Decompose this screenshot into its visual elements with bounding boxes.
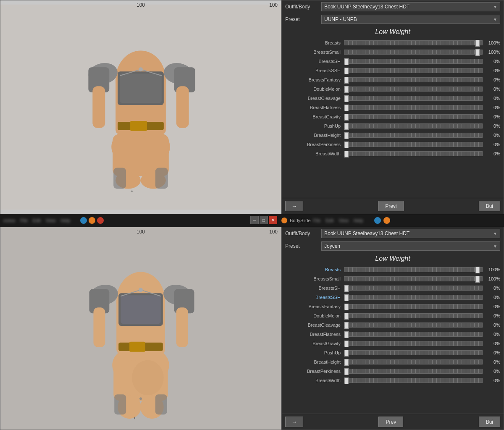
slider-handle-breasts[interactable] xyxy=(475,40,480,47)
slider-handle-breastsssh[interactable] xyxy=(344,68,349,74)
svg-rect-14 xyxy=(92,86,105,128)
slider-track-breastwidth[interactable] xyxy=(344,151,483,156)
slider-track-breastsfantasy[interactable] xyxy=(344,77,483,82)
slider-track-breastcleavage[interactable] xyxy=(344,322,483,328)
build-button-bottom[interactable]: Bui xyxy=(479,417,500,427)
slider-handle-breastsssh[interactable] xyxy=(344,294,349,301)
slider-row: BreastGravity0% xyxy=(282,339,504,348)
slider-name-breasts: Breasts xyxy=(285,40,344,45)
slider-handle-breasts[interactable] xyxy=(475,267,480,273)
slider-handle-pushup[interactable] xyxy=(344,350,349,357)
slider-track-breastheight[interactable] xyxy=(344,359,483,364)
slider-value-breastsssh: 0% xyxy=(483,68,500,73)
slider-track-breastflatness[interactable] xyxy=(344,332,483,337)
slider-track-breastgravity[interactable] xyxy=(344,341,483,346)
slider-value-breastheight: 0% xyxy=(483,133,500,138)
right-window-title: BodySlide File Edit View Help xyxy=(278,217,501,224)
slider-handle-breastgravity[interactable] xyxy=(344,114,349,121)
left-menu-blur: eview File Edit View Help xyxy=(3,218,70,223)
slider-handle-breastwidth[interactable] xyxy=(344,151,349,157)
slider-track-breastwidth[interactable] xyxy=(344,378,483,383)
slider-handle-breastperkiness[interactable] xyxy=(344,142,349,148)
slider-row: BreastFlatness0% xyxy=(282,330,504,339)
slider-handle-breastssmall[interactable] xyxy=(475,276,480,283)
outfit-dropdown-top[interactable]: Book UUNP Steelheavy13 Chest HDT ▼ xyxy=(321,2,500,11)
svg-rect-34 xyxy=(129,342,145,352)
slider-value-breastssh: 0% xyxy=(483,286,500,291)
maximize-button[interactable]: □ xyxy=(260,216,268,224)
outfit-dropdown-bottom[interactable]: Book UUNP Steelheavy13 Chest HDT ▼ xyxy=(321,229,500,238)
slider-track-breastsfantasy[interactable] xyxy=(344,304,483,309)
slider-handle-breastssh[interactable] xyxy=(344,58,349,65)
slider-track-breastssh[interactable] xyxy=(344,59,483,64)
slider-row: BreastHeight0% xyxy=(282,131,504,140)
slider-track-breastheight[interactable] xyxy=(344,133,483,138)
slider-handle-breastsfantasy[interactable] xyxy=(344,77,349,84)
build-button-top[interactable]: Bui xyxy=(479,201,500,211)
slider-handle-breastheight[interactable] xyxy=(344,132,349,139)
slider-name-doublemelon: DoubleMelon xyxy=(285,87,344,92)
section-title-bottom: Low Weight xyxy=(282,252,504,264)
slider-value-breastssmall: 100% xyxy=(483,276,500,281)
slider-track-breastgravity[interactable] xyxy=(344,114,483,119)
slider-track-pushup[interactable] xyxy=(344,350,483,355)
slider-row: DoubleMelon0% xyxy=(282,84,504,94)
preview-button-bottom[interactable]: Prev xyxy=(378,417,403,427)
slider-handle-breastflatness[interactable] xyxy=(344,331,349,338)
slider-handle-pushup[interactable] xyxy=(344,123,349,130)
slider-track-breastssmall[interactable] xyxy=(344,50,483,55)
slider-handle-breastcleavage[interactable] xyxy=(344,322,349,329)
blur-circle-5 xyxy=(383,217,390,224)
slider-row: BreastsSSH0% xyxy=(282,66,504,75)
slider-ticks xyxy=(344,59,482,63)
slider-track-doublemelon[interactable] xyxy=(344,313,483,318)
slider-handle-breastcleavage[interactable] xyxy=(344,95,349,102)
preview-button-top[interactable]: Previ xyxy=(378,201,404,211)
slider-track-breastflatness[interactable] xyxy=(344,105,483,110)
slider-handle-breastssmall[interactable] xyxy=(475,49,480,56)
slider-track-breastperkiness[interactable] xyxy=(344,142,483,147)
slider-track-breastsssh[interactable] xyxy=(344,295,483,300)
slider-handle-doublemelon[interactable] xyxy=(344,86,349,93)
slider-track-breastssh[interactable] xyxy=(344,286,483,291)
slider-handle-breastssh[interactable] xyxy=(344,285,349,292)
slider-value-breastsfantasy: 0% xyxy=(483,304,500,309)
preset-dropdown-top[interactable]: UUNP - UNPB ▼ xyxy=(321,15,500,24)
preset-row-top: Preset UUNP - UNPB ▼ xyxy=(282,13,504,26)
arrow-button-top[interactable]: → xyxy=(285,201,303,211)
svg-point-36 xyxy=(132,360,164,396)
svg-point-45 xyxy=(139,397,142,400)
close-button[interactable]: ✕ xyxy=(269,216,277,224)
slider-ticks xyxy=(344,351,482,355)
slider-track-breastperkiness[interactable] xyxy=(344,369,483,374)
slider-handle-breastsfantasy[interactable] xyxy=(344,304,349,310)
slider-handle-breastflatness[interactable] xyxy=(344,105,349,111)
scale-bottom-right-label: 100 xyxy=(269,229,278,235)
slider-track-breastcleavage[interactable] xyxy=(344,96,483,101)
slider-name-doublemelon: DoubleMelon xyxy=(285,313,344,318)
slider-track-breasts[interactable] xyxy=(344,40,483,45)
slider-handle-breastheight[interactable] xyxy=(344,359,349,366)
sliders-container-bottom: Breasts100%BreastsSmall100%BreastsSH0%Br… xyxy=(282,264,504,414)
slider-track-breasts[interactable] xyxy=(344,267,483,272)
minimize-button[interactable]: ─ xyxy=(250,216,259,224)
slider-value-pushup: 0% xyxy=(483,123,500,128)
slider-value-breastsssh: 0% xyxy=(483,295,500,300)
slider-track-doublemelon[interactable] xyxy=(344,87,483,92)
slider-ticks xyxy=(344,277,482,281)
slider-handle-breastperkiness[interactable] xyxy=(344,368,349,375)
slider-ticks xyxy=(344,267,482,272)
character-preview-top: ✦ xyxy=(0,0,281,214)
slider-handle-doublemelon[interactable] xyxy=(344,313,349,320)
slider-name-breastheight: BreastHeight xyxy=(285,133,344,138)
preset-dropdown-bottom[interactable]: Joycen ▼ xyxy=(321,241,500,251)
slider-handle-breastgravity[interactable] xyxy=(344,341,349,347)
arrow-button-bottom[interactable]: → xyxy=(285,417,303,427)
slider-handle-breastwidth[interactable] xyxy=(344,378,349,384)
slider-ticks xyxy=(344,96,482,100)
slider-track-breastsssh[interactable] xyxy=(344,68,483,73)
slider-track-pushup[interactable] xyxy=(344,123,483,128)
slider-track-breastssmall[interactable] xyxy=(344,276,483,281)
outfit-row-bottom: Outfit/Body Book UUNP Steelheavy13 Chest… xyxy=(282,227,504,240)
slider-row: Breasts100% xyxy=(282,38,504,47)
